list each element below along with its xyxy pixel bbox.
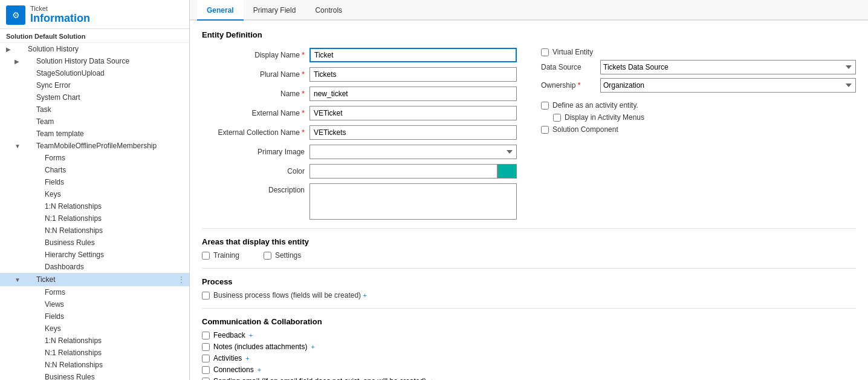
description-label: Description: [202, 183, 305, 194]
description-textarea[interactable]: [309, 183, 517, 220]
sidebar-item-ticket-fields[interactable]: Fields: [0, 310, 189, 323]
tree-label-team: Team: [36, 117, 186, 126]
display-activity-checkbox[interactable]: [553, 114, 561, 122]
external-collection-input[interactable]: [309, 125, 517, 140]
connections-checkbox[interactable]: [202, 366, 210, 374]
tree-label-ticket-views: Views: [45, 300, 186, 309]
area-settings-checkbox[interactable]: [264, 252, 271, 260]
name-label: Name: [202, 90, 305, 98]
sidebar-item-forms[interactable]: Forms: [0, 152, 189, 164]
bpf-row: Business process flows (fields will be c…: [202, 291, 856, 300]
name-input[interactable]: [309, 87, 517, 101]
sidebar-item-ticket-biz[interactable]: Business Rules: [0, 371, 189, 380]
name-row: Name: [202, 87, 517, 101]
tab-primary-field[interactable]: Primary Field: [244, 0, 306, 21]
sidebar-item-team-template[interactable]: Team template: [0, 128, 189, 140]
left-col: Display Name Plural Name Name External N…: [202, 48, 517, 220]
tab-controls[interactable]: Controls: [305, 0, 352, 21]
header-icon: ⚙: [6, 5, 25, 25]
sidebar-item-stage-solution-upload[interactable]: StageSolutionUpload: [0, 67, 189, 79]
sidebar-item-sync-error[interactable]: Sync Error: [0, 79, 189, 91]
sidebar-item-team[interactable]: Team: [0, 116, 189, 128]
bpf-checkbox[interactable]: [202, 292, 210, 300]
sidebar-item-ticket-nn[interactable]: N:N Relationships: [0, 359, 189, 371]
tree-arrow-solution-history-ds: ▶: [15, 58, 23, 65]
header-subtitle: Information: [30, 12, 90, 25]
external-collection-label: External Collection Name: [202, 128, 305, 137]
tree-label-nn-rel: N:N Relationships: [45, 226, 186, 235]
feedback-checkbox[interactable]: [202, 332, 210, 339]
sidebar-item-biz-rules[interactable]: Business Rules: [0, 237, 189, 249]
sidebar-item-dashboards[interactable]: Dashboards: [0, 261, 189, 273]
sidebar-item-ticket[interactable]: ▼Ticket⋮: [0, 273, 189, 286]
tree-label-ticket-keys: Keys: [45, 324, 186, 333]
sidebar-item-fields[interactable]: Fields: [0, 176, 189, 188]
tree-label-hier-settings: Hierarchy Settings: [45, 251, 186, 259]
tree-label-ticket-fields: Fields: [45, 312, 186, 321]
sending-email-checkbox[interactable]: [202, 378, 210, 381]
sidebar-item-ticket-forms[interactable]: Forms: [0, 286, 189, 298]
virtual-entity-checkbox[interactable]: [541, 48, 549, 56]
bpf-label: Business process flows (fields will be c…: [213, 291, 367, 300]
activities-plus: +: [245, 355, 249, 362]
sidebar-item-solution-history[interactable]: ▶Solution History: [0, 43, 189, 55]
sidebar-item-ticket-n1[interactable]: N:1 Relationships: [0, 347, 189, 359]
ownership-row: Ownership Organization: [541, 78, 856, 93]
area-training-checkbox[interactable]: [202, 252, 210, 260]
notes-checkbox[interactable]: [202, 343, 210, 351]
sidebar-item-task[interactable]: Task: [0, 103, 189, 116]
color-text-input[interactable]: [309, 164, 497, 179]
plural-name-row: Plural Name: [202, 67, 517, 82]
data-source-select[interactable]: Tickets Data Source: [600, 60, 856, 74]
display-name-input[interactable]: [309, 48, 517, 62]
tree-label-ticket-nn: N:N Relationships: [45, 361, 186, 369]
primary-image-select[interactable]: [309, 145, 517, 159]
tab-general[interactable]: General: [197, 0, 244, 21]
sidebar-item-solution-history-ds[interactable]: ▶Solution History Data Source: [0, 55, 189, 67]
virtual-entity-row: Virtual Entity: [541, 48, 856, 56]
virtual-entity-label: Virtual Entity: [552, 48, 593, 56]
sidebar-item-keys[interactable]: Keys: [0, 188, 189, 200]
process-title: Process: [202, 277, 856, 286]
sidebar-item-ticket-keys[interactable]: Keys: [0, 323, 189, 335]
sidebar-item-charts[interactable]: Charts: [0, 164, 189, 176]
sidebar-item-ticket-views[interactable]: Views: [0, 298, 189, 310]
sidebar-item-ticket-1n[interactable]: 1:N Relationships: [0, 335, 189, 347]
sidebar: ⚙ Ticket Information Solution Default So…: [0, 0, 190, 380]
header-text: Ticket Information: [30, 5, 90, 25]
entity-def-grid: Display Name Plural Name Name External N…: [202, 48, 856, 220]
primary-image-row: Primary Image: [202, 145, 517, 159]
sidebar-item-nn-rel[interactable]: N:N Relationships: [0, 224, 189, 237]
sidebar-item-hier-settings[interactable]: Hierarchy Settings: [0, 249, 189, 261]
data-source-row: Data Source Tickets Data Source: [541, 60, 856, 74]
tree-arrow-solution-history: ▶: [6, 46, 15, 53]
tree-label-stage-solution-upload: StageSolutionUpload: [36, 69, 186, 77]
tree-label-1n-rel: 1:N Relationships: [45, 202, 186, 211]
tree-label-task: Task: [36, 105, 186, 114]
sending-email-label: Sending email (If an email field does no…: [213, 377, 426, 380]
ownership-label: Ownership: [541, 81, 595, 90]
sidebar-item-1n-rel[interactable]: 1:N Relationships: [0, 200, 189, 212]
sidebar-item-n1-rel[interactable]: N:1 Relationships: [0, 212, 189, 224]
plural-name-input[interactable]: [309, 67, 517, 82]
divider-1: [202, 228, 856, 229]
ownership-select[interactable]: Organization: [600, 78, 856, 93]
tree-label-team-template: Team template: [36, 129, 186, 138]
activities-checkbox[interactable]: [202, 355, 210, 362]
sidebar-item-system-chart[interactable]: System Chart: [0, 91, 189, 103]
notes-label: Notes (includes attachments): [213, 342, 307, 351]
sidebar-item-team-mobile-offline[interactable]: ▼TeamMobileOfflineProfileMembership: [0, 140, 189, 152]
primary-image-label: Primary Image: [202, 148, 305, 156]
tree-label-keys: Keys: [45, 190, 186, 198]
solution-component-checkbox[interactable]: [541, 126, 549, 134]
external-name-input[interactable]: [309, 106, 517, 120]
tree-label-n1-rel: N:1 Relationships: [45, 214, 186, 223]
tree-label-ticket-biz: Business Rules: [45, 373, 186, 380]
area-training-row: Training: [202, 251, 239, 260]
define-activity-checkbox[interactable]: [541, 102, 549, 110]
area-training-label: Training: [213, 251, 239, 260]
comm-section: Communication & Collaboration Feedback +…: [202, 317, 856, 380]
color-swatch[interactable]: [497, 164, 517, 179]
activities-label: Activities: [213, 354, 242, 362]
drag-handle[interactable]: ⋮: [177, 275, 186, 284]
